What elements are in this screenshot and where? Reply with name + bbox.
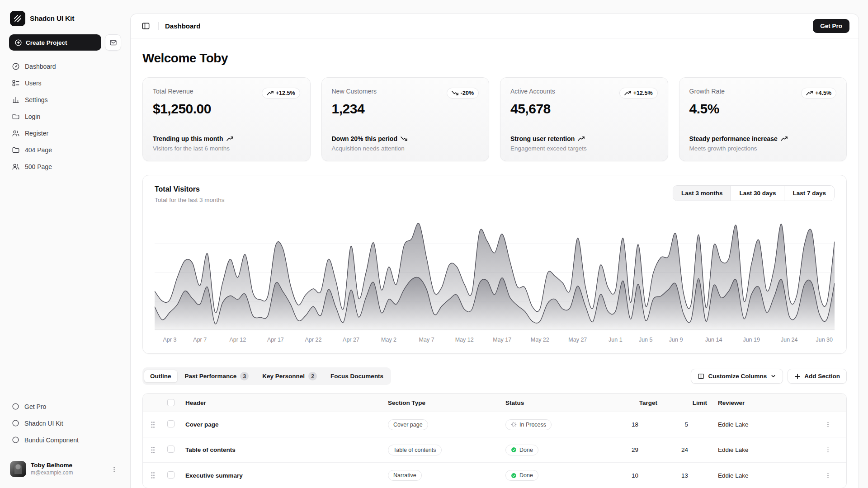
sidebar-item-login[interactable]: Login (9, 108, 121, 125)
gauge-icon (12, 62, 20, 70)
svg-text:Apr 22: Apr 22 (305, 337, 322, 343)
row-actions-button[interactable] (822, 444, 834, 456)
create-project-button[interactable]: Create Project (9, 34, 101, 51)
stat-value: 45,678 (510, 101, 658, 117)
stat-card-growth-rate: Growth Rate +4.5% 4.5% Steady performanc… (679, 77, 847, 161)
sidebar-item-users[interactable]: Users (9, 75, 121, 91)
reviewer-cell[interactable]: Eddie Lake (713, 412, 817, 437)
stat-cards: Total Revenue +12.5% $1,250.00 Trending … (142, 77, 847, 161)
section-toolbar: Outline Past Performance 3 Key Personnel… (142, 367, 847, 385)
columns-icon (698, 373, 704, 380)
limit-cell[interactable]: 5 (664, 412, 713, 437)
circle-icon (12, 419, 19, 427)
row-header-cell[interactable]: Executive summary (181, 463, 383, 488)
check-circle-icon (511, 447, 517, 453)
app-root: Shadcn UI Kit Create Project Dashboard (0, 0, 868, 488)
get-pro-button[interactable]: Get Pro (813, 19, 849, 33)
main-area: Dashboard Get Pro Welcome Toby Total Rev… (130, 14, 859, 488)
panel-left-icon (142, 22, 150, 30)
sidebar-toggle-button[interactable] (140, 20, 152, 32)
loader-icon (511, 422, 517, 427)
ellipsis-vertical-icon (111, 466, 118, 473)
add-section-button[interactable]: Add Section (788, 369, 847, 384)
target-cell[interactable]: 10 (609, 463, 664, 488)
row-actions-button[interactable] (822, 418, 834, 431)
row-checkbox[interactable] (167, 420, 175, 427)
reviewer-cell[interactable]: Eddie Lake (713, 437, 817, 463)
svg-text:Jun 30: Jun 30 (816, 337, 833, 343)
page-title: Welcome Toby (142, 51, 847, 66)
sidebar-item-get-pro[interactable]: Get Pro (9, 398, 121, 415)
range-last-3-months[interactable]: Last 3 months (673, 186, 731, 201)
count-badge: 3 (240, 372, 249, 380)
stat-card-active-accounts: Active Accounts +12.5% 45,678 Strong use… (500, 77, 668, 161)
svg-text:May 12: May 12 (455, 337, 474, 343)
select-all-checkbox[interactable] (167, 399, 175, 406)
sidebar-item-bundui-component[interactable]: Bundui Component (9, 432, 121, 448)
plus-icon (794, 373, 801, 380)
range-last-7-days[interactable]: Last 7 days (784, 186, 834, 201)
row-checkbox[interactable] (167, 446, 175, 453)
table-row-cover-page: Cover page Cover page In Process 18 5 Ed… (143, 412, 846, 437)
brand-name: Shadcn UI Kit (30, 14, 74, 23)
breadcrumb: Dashboard (165, 22, 200, 30)
target-cell[interactable]: 18 (609, 412, 664, 437)
user-menu[interactable]: Toby Belhome m@example.com (9, 458, 121, 480)
svg-text:Apr 27: Apr 27 (343, 337, 359, 343)
column-target: Target (609, 394, 664, 412)
section-type-badge: Table of contents (388, 445, 442, 455)
circle-icon (12, 403, 19, 410)
user-menu-button[interactable] (108, 463, 120, 475)
trending-up-icon (624, 90, 631, 96)
tab-key-personnel[interactable]: Key Personnel 2 (256, 369, 323, 384)
row-header-cell[interactable]: Table of contents (181, 437, 383, 463)
drag-handle-icon[interactable] (147, 446, 158, 454)
chart-title: Total Visitors (155, 185, 225, 193)
sidebar-item-settings[interactable]: Settings (9, 91, 121, 108)
sections-table: Header Section Type Status Target Limit … (142, 393, 847, 488)
status-badge: Done (505, 445, 538, 455)
section-tabs: Outline Past Performance 3 Key Personnel… (142, 367, 391, 385)
row-checkbox[interactable] (167, 471, 175, 479)
column-header: Header (181, 394, 383, 412)
stat-card-new-customers: New Customers -20% 1,234 Down 20% this p… (321, 77, 490, 161)
range-last-30-days[interactable]: Last 30 days (731, 186, 784, 201)
avatar (10, 461, 26, 477)
tab-outline[interactable]: Outline (144, 370, 178, 383)
customize-columns-button[interactable]: Customize Columns (691, 369, 783, 384)
sidebar-item-shadcn-ui-kit[interactable]: Shadcn UI Kit (9, 415, 121, 432)
sidebar-item-dashboard[interactable]: Dashboard (9, 58, 121, 75)
tab-past-performance[interactable]: Past Performance 3 (179, 369, 255, 384)
reviewer-cell[interactable]: Eddie Lake (713, 463, 817, 488)
sidebar-item-404-page[interactable]: 404 Page (9, 141, 121, 158)
stat-value: 4.5% (689, 101, 837, 117)
brand[interactable]: Shadcn UI Kit (9, 10, 121, 34)
drag-handle-icon[interactable] (147, 421, 158, 429)
target-cell[interactable]: 29 (609, 437, 664, 463)
drag-handle-icon[interactable] (147, 471, 158, 479)
svg-text:May 7: May 7 (419, 337, 434, 343)
sidebar-item-register[interactable]: Register (9, 125, 121, 141)
svg-text:May 27: May 27 (568, 337, 587, 343)
svg-text:Apr 12: Apr 12 (229, 337, 246, 343)
trending-up-icon (781, 136, 788, 142)
trend-badge: +12.5% (619, 88, 658, 99)
svg-text:Apr 7: Apr 7 (193, 337, 207, 343)
svg-text:Apr 3: Apr 3 (163, 337, 176, 343)
user-email: m@example.com (31, 469, 104, 476)
trending-down-icon (401, 136, 407, 142)
chart-subtitle: Total for the last 3 months (155, 197, 225, 203)
sidebar-item-500-page[interactable]: 500 Page (9, 158, 121, 175)
inbox-button[interactable] (105, 34, 121, 51)
tab-focus-documents[interactable]: Focus Documents (324, 370, 390, 383)
limit-cell[interactable]: 24 (664, 437, 713, 463)
row-actions-button[interactable] (822, 469, 834, 482)
row-header-cell[interactable]: Cover page (181, 412, 383, 437)
range-toggle-group: Last 3 months Last 30 days Last 7 days (673, 185, 835, 201)
column-section-type: Section Type (383, 394, 501, 412)
check-circle-icon (511, 473, 517, 479)
table-header-row: Header Section Type Status Target Limit … (143, 394, 846, 412)
trending-up-icon (578, 136, 585, 142)
sidebar-nav: Dashboard Users Settings Login Register … (9, 58, 121, 175)
limit-cell[interactable]: 13 (664, 463, 713, 488)
